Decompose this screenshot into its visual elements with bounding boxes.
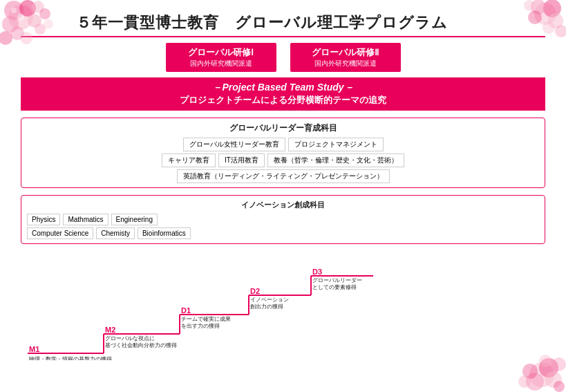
global-course-1: グローバル研修Ⅰ 国内外研究機関派遣 xyxy=(166,43,276,72)
innovation-cell-engineering: Engineering xyxy=(111,214,158,225)
leader-cell-2-1: キャリア教育 xyxy=(162,153,216,167)
left-content: グローバルリーダー育成科目 グローバル女性リーダー教育 プロジェクトマネジメント… xyxy=(21,118,545,360)
svg-point-27 xyxy=(552,357,566,371)
svg-text:としての要素修得: としての要素修得 xyxy=(312,284,357,290)
svg-point-29 xyxy=(518,375,531,388)
leader-cell-1-1: グローバル女性リーダー教育 xyxy=(183,138,285,151)
global-course-2-title: グローバル研修Ⅱ xyxy=(311,46,380,59)
svg-text:イノベーション: イノベーション xyxy=(250,297,289,303)
svg-point-9 xyxy=(20,32,32,44)
leader-cell-2-3: 教養（哲学・倫理・歴史・文化・芸術） xyxy=(267,153,404,167)
page: ５年一貫型博士教育 グローバル理工学プログラム グローバル研修Ⅰ 国内外研究機関… xyxy=(0,0,566,392)
svg-text:グローバルな視点に: グローバルな視点に xyxy=(105,335,155,342)
leader-row-2: キャリア教育 IT活用教育 教養（哲学・倫理・歴史・文化・芸術） xyxy=(27,153,539,167)
innovation-cell-bio: Bioinformatics xyxy=(138,227,191,239)
innovation-row-2: Computer Science Chemisty Bioinformatics xyxy=(27,227,539,239)
svg-point-18 xyxy=(528,10,542,24)
svg-text:D3: D3 xyxy=(312,268,322,276)
innovation-cell-physics: Physics xyxy=(27,214,60,225)
innovation-cell-chemistry: Chemisty xyxy=(96,227,135,239)
svg-point-13 xyxy=(11,8,17,13)
global-leader-title: グローバルリーダー育成科目 xyxy=(27,122,539,134)
svg-text:グローバルリーダー: グローバルリーダー xyxy=(312,277,362,283)
svg-point-11 xyxy=(44,19,53,29)
svg-text:を出す力の獲得: を出す力の獲得 xyxy=(181,323,220,329)
leader-grid: グローバル女性リーダー教育 プロジェクトマネジメント キャリア教育 IT活用教育… xyxy=(27,138,539,183)
innovation-title: イノベーション創成科目 xyxy=(27,200,539,210)
staircase-svg: M1 物理・数学・情報の基盤力の獲得 M2 グローバルな視点に 基づく社会動向分… xyxy=(21,250,401,360)
flower-tl-icon xyxy=(0,0,66,66)
global-courses-row: グローバル研修Ⅰ 国内外研究機関派遣 グローバル研修Ⅱ 国内外研究機関派遣 xyxy=(21,43,545,72)
project-banner-line2: プロジェクトチームによる分野横断的テーマの追究 xyxy=(21,94,545,106)
global-course-2-subtitle: 国内外研究機関派遣 xyxy=(311,59,380,68)
title-divider xyxy=(21,36,545,37)
svg-text:チームで確実に成果: チームで確実に成果 xyxy=(181,316,231,322)
svg-point-30 xyxy=(554,381,565,392)
svg-text:M2: M2 xyxy=(105,326,115,334)
title-section: ５年一貫型博士教育 グローバル理工学プログラム xyxy=(21,7,545,33)
global-course-2: グローバル研修Ⅱ 国内外研究機関派遣 xyxy=(290,43,401,72)
leader-cell-1-2: プロジェクトマネジメント xyxy=(288,138,384,151)
svg-text:D2: D2 xyxy=(250,287,260,295)
leader-row-1: グローバル女性リーダー教育 プロジェクトマネジメント xyxy=(27,138,539,151)
innovation-row-1: Physics Mathmatics Engineering xyxy=(27,214,539,225)
global-leader-box: グローバルリーダー育成科目 グローバル女性リーダー教育 プロジェクトマネジメント… xyxy=(21,118,545,188)
page-title: ５年一貫型博士教育 グローバル理工学プログラム xyxy=(76,12,448,33)
main-content: グローバルリーダー育成科目 グローバル女性リーダー教育 プロジェクトマネジメント… xyxy=(21,118,545,360)
svg-text:M1: M1 xyxy=(29,345,39,353)
innovation-cell-cs: Computer Science xyxy=(27,227,93,239)
project-banner: －Project Based Team Study－ プロジェクトチームによる分… xyxy=(21,77,545,111)
svg-point-20 xyxy=(543,21,555,34)
svg-point-8 xyxy=(39,8,50,19)
innovation-box: イノベーション創成科目 Physics Mathmatics Engineeri… xyxy=(21,195,545,244)
svg-point-21 xyxy=(524,0,535,11)
staircase-container: M1 物理・数学・情報の基盤力の獲得 M2 グローバルな視点に 基づく社会動向分… xyxy=(21,250,545,360)
global-course-1-subtitle: 国内外研究機関派遣 xyxy=(187,59,256,68)
svg-text:D1: D1 xyxy=(181,306,191,315)
global-course-1-title: グローバル研修Ⅰ xyxy=(187,46,256,59)
project-banner-line1: －Project Based Team Study－ xyxy=(21,82,545,94)
svg-text:創出力の獲得: 創出力の獲得 xyxy=(250,304,283,310)
svg-text:物理・数学・情報の基盤力の獲得: 物理・数学・情報の基盤力の獲得 xyxy=(29,356,112,360)
svg-text:基づく社会動向分析力の獲得: 基づく社会動向分析力の獲得 xyxy=(105,342,177,348)
innovation-grid: Physics Mathmatics Engineering Computer … xyxy=(27,214,539,239)
flower-tr-icon xyxy=(514,0,566,52)
leader-cell-3-1: 英語教育（リーディング・ライティング・プレゼンテーション） xyxy=(177,169,390,183)
leader-cell-2-2: IT活用教育 xyxy=(218,153,265,167)
innovation-cell-math: Mathmatics xyxy=(63,214,108,225)
leader-row-3: 英語教育（リーディング・ライティング・プレゼンテーション） xyxy=(27,169,539,183)
svg-point-12 xyxy=(17,14,24,21)
